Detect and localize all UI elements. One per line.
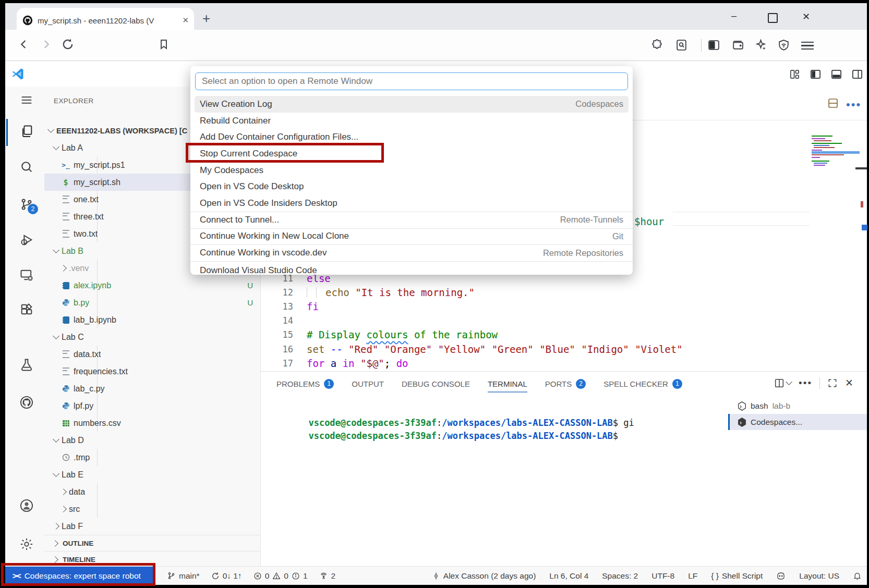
tree-item-folder[interactable]: Lab D xyxy=(44,432,260,449)
vpn-shield-icon[interactable] xyxy=(777,39,790,52)
sidebar-toggle-icon[interactable] xyxy=(707,39,720,52)
forward-icon[interactable] xyxy=(39,37,53,52)
toggle-panel-icon[interactable] xyxy=(830,68,842,80)
search-icon[interactable] xyxy=(19,160,34,174)
tab-ports[interactable]: PORTS2 xyxy=(545,372,586,396)
panel-more-icon[interactable]: ••• xyxy=(799,377,812,389)
remote-explorer-icon[interactable] xyxy=(19,268,34,283)
tab-output[interactable]: OUTPUT xyxy=(352,372,384,396)
bookmark-icon[interactable] xyxy=(158,38,170,51)
run-debug-icon[interactable] xyxy=(19,232,34,247)
split-editor-icon[interactable] xyxy=(827,97,839,109)
maximize-panel-icon[interactable] xyxy=(827,378,838,388)
quickpick-item[interactable]: Continue Working in New Local CloneGit xyxy=(190,228,633,245)
customize-layout-icon[interactable] xyxy=(789,68,801,80)
tab-problems[interactable]: PROBLEMS1 xyxy=(276,372,334,396)
search-tabs-icon[interactable] xyxy=(675,39,688,52)
terminal-cube-icon xyxy=(738,401,746,411)
quickpick-input[interactable] xyxy=(195,72,628,90)
terminal-list: bashlab-b Codespaces... xyxy=(728,396,867,566)
chevron-down-icon xyxy=(47,126,54,133)
indentation-item[interactable]: Spaces: 2 xyxy=(602,571,638,581)
tree-item-file[interactable]: lpf.py xyxy=(44,397,260,414)
quickpick-item[interactable]: My Codespaces xyxy=(190,162,633,179)
settings-gear-icon[interactable] xyxy=(19,537,34,552)
quickpick-item[interactable]: Connect to Tunnel...Remote-Tunnels xyxy=(190,212,633,228)
code-token: $@ xyxy=(366,358,378,369)
back-icon[interactable] xyxy=(17,37,31,52)
code-token-misspelled: colours xyxy=(366,329,408,340)
explorer-files-icon[interactable] xyxy=(19,124,34,139)
menu-hamburger-icon[interactable] xyxy=(801,40,814,52)
tree-item-folder[interactable]: data xyxy=(44,483,260,500)
reload-icon[interactable] xyxy=(61,37,75,52)
wallet-icon[interactable] xyxy=(731,39,744,52)
keyboard-layout-item[interactable]: Layout: US xyxy=(799,571,839,581)
csv-file-icon xyxy=(61,419,70,428)
tree-item-folder[interactable]: Lab E xyxy=(44,466,260,483)
tree-item-folder[interactable]: Lab C xyxy=(44,328,260,346)
encoding-item[interactable]: UTF-8 xyxy=(651,571,674,581)
quickpick-item[interactable]: Open in VS Code Insiders Desktop xyxy=(190,195,633,212)
scrollbar-slider[interactable] xyxy=(862,225,867,230)
tree-item-file[interactable]: numbers.csv xyxy=(44,414,260,432)
notifications-item[interactable] xyxy=(853,571,862,580)
terminal-instance-codespaces[interactable]: Codespaces... xyxy=(728,414,867,430)
ports-status-item[interactable]: 2 xyxy=(319,571,336,581)
browser-tab[interactable]: my_script.sh - eeen11202-labs (V ✕ xyxy=(17,8,194,33)
chevron-down-icon[interactable] xyxy=(786,378,792,385)
tab-debug-console[interactable]: DEBUG CONSOLE xyxy=(402,372,470,396)
tree-item-file[interactable]: lab_b.ipynb xyxy=(44,311,260,328)
window-maximize-button[interactable] xyxy=(768,13,778,23)
branch-status-item[interactable]: main* xyxy=(167,571,200,581)
sync-status-item[interactable]: 0↓ 1↑ xyxy=(211,571,242,581)
toggle-secondary-sidebar-icon[interactable] xyxy=(851,68,863,80)
github-icon[interactable] xyxy=(19,395,34,410)
divider xyxy=(673,212,810,212)
outline-section[interactable]: OUTLINE xyxy=(44,535,260,551)
editor-actions-more-icon[interactable]: ••• xyxy=(846,98,861,112)
problems-status-item[interactable]: 0 0 1 xyxy=(254,571,308,581)
menu-icon[interactable] xyxy=(19,93,34,107)
tab-close-icon[interactable]: ✕ xyxy=(182,16,189,25)
minimap[interactable] xyxy=(812,134,848,167)
error-icon xyxy=(254,572,262,580)
terminal-instance-bash[interactable]: bashlab-b xyxy=(728,398,867,414)
split-terminal-icon[interactable] xyxy=(774,377,785,389)
blame-status-item[interactable]: Alex Casson (2 days ago) xyxy=(432,571,536,581)
tree-item-folder[interactable]: src xyxy=(44,500,260,518)
tree-item-file[interactable]: lab_c.py xyxy=(44,380,260,397)
testing-beaker-icon[interactable] xyxy=(19,358,34,372)
quickpick-item[interactable]: Continue Working in vscode.devRemote Rep… xyxy=(190,244,633,261)
tab-spell-checker[interactable]: SPELL CHECKER1 xyxy=(604,372,682,396)
chevron-right-icon xyxy=(53,523,59,530)
new-tab-button[interactable]: + xyxy=(202,10,210,27)
tree-item-file[interactable]: alex.ipynbU xyxy=(44,277,260,294)
copilot-status-item[interactable] xyxy=(776,571,786,581)
quickpick-item[interactable]: View Creation LogCodespaces xyxy=(195,96,629,113)
extensions-puzzle-icon[interactable] xyxy=(651,39,664,52)
window-close-button[interactable]: ✕ xyxy=(802,11,810,22)
quickpick-item[interactable]: Rebuild Container xyxy=(190,113,633,129)
account-icon[interactable] xyxy=(19,498,34,513)
toggle-primary-sidebar-icon[interactable] xyxy=(810,68,822,80)
text-file-icon xyxy=(61,350,70,359)
eol-item[interactable]: LF xyxy=(688,571,697,581)
tree-item-file[interactable]: b.pyU xyxy=(44,294,260,311)
extensions-icon[interactable] xyxy=(19,302,34,317)
git-untracked-badge: U xyxy=(247,298,253,307)
language-mode-item[interactable]: { }Shell Script xyxy=(711,571,763,581)
tree-item-file[interactable]: frequencies.txt xyxy=(44,363,260,380)
source-control-item[interactable]: 2 xyxy=(19,197,34,212)
leo-ai-sparkles-icon[interactable] xyxy=(754,39,767,52)
tab-terminal[interactable]: TERMINAL xyxy=(488,372,527,396)
cursor-position-item[interactable]: Ln 6, Col 4 xyxy=(549,571,588,581)
tree-item-file[interactable]: .tmp xyxy=(44,449,260,466)
branch-icon xyxy=(167,571,176,580)
window-minimize-button[interactable]: – xyxy=(731,10,737,21)
quickpick-item[interactable]: Download Visual Studio Code xyxy=(190,262,633,275)
quickpick-item[interactable]: Open in VS Code Desktop xyxy=(190,179,633,195)
tree-item-file[interactable]: data.txt xyxy=(44,346,260,363)
close-panel-icon[interactable]: ✕ xyxy=(845,377,853,389)
tree-item-folder[interactable]: Lab F xyxy=(44,518,260,535)
